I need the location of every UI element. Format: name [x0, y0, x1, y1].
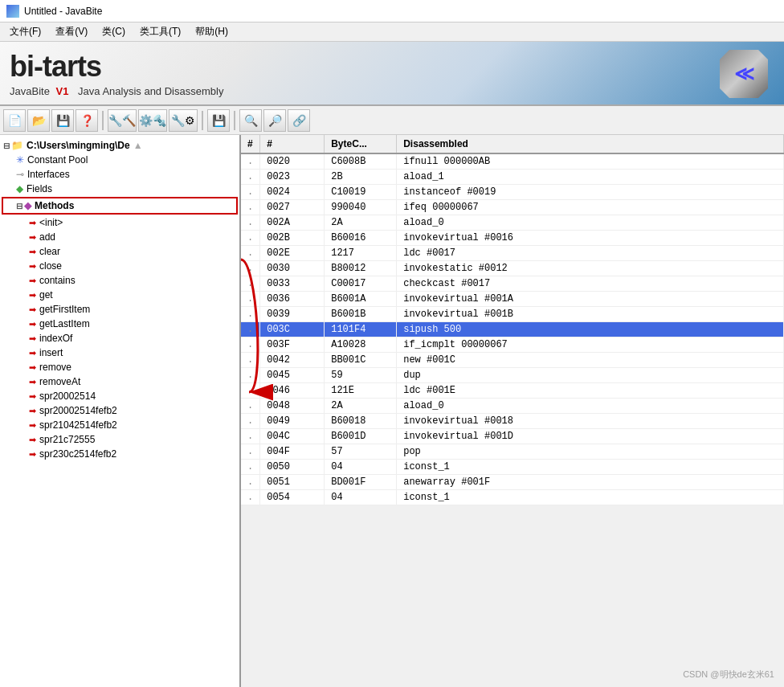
row-disasm: invokevirtual #001A: [397, 292, 784, 307]
product-version: V1: [56, 85, 69, 97]
row-disasm: dup: [397, 368, 784, 383]
tree-item-interfaces[interactable]: ⊸ Interfaces: [0, 167, 239, 182]
table-row[interactable]: . 0020 C6008B ifnull 000000AB: [241, 153, 784, 170]
table-row[interactable]: . 0033 C00017 checkcast #0017: [241, 276, 784, 292]
table-row[interactable]: . 0049 B60018 invokevirtual #0018: [241, 414, 784, 429]
row-dot: .: [241, 261, 260, 276]
menu-class[interactable]: 类(C): [96, 23, 132, 40]
method-spr20002514[interactable]: ➡ spr20002514: [0, 389, 239, 403]
method-getlastitem[interactable]: ➡ getLastItem: [0, 317, 239, 331]
arrow-right-icon-16: ➡: [29, 435, 36, 445]
col-dot: #: [241, 135, 260, 153]
method-insert[interactable]: ➡ insert: [0, 346, 239, 360]
arrow-right-icon-11: ➡: [29, 362, 36, 373]
table-row[interactable]: . 003C 1101F4 sipush 500: [241, 322, 784, 337]
table-row[interactable]: . 0030 B80012 invokestatic #0012: [241, 261, 784, 276]
disasm-panel: # # ByteC... Disassembled . 0020 C6008B …: [241, 135, 784, 505]
row-disasm: aload_1: [397, 170, 784, 185]
table-row[interactable]: . 004C B6001D invokevirtual #001D: [241, 429, 784, 444]
method-spr4-label: spr21c72555: [39, 434, 95, 445]
table-row[interactable]: . 0036 B6001A invokevirtual #001A: [241, 292, 784, 307]
toolbar-save2[interactable]: 💾: [207, 109, 230, 132]
method-clear[interactable]: ➡ clear: [0, 244, 239, 259]
method-indexof[interactable]: ➡ indexOf: [0, 331, 239, 346]
table-row[interactable]: . 0050 04 iconst_1: [241, 460, 784, 475]
product-name: JavaBite: [10, 85, 50, 97]
table-row[interactable]: . 0045 59 dup: [241, 368, 784, 383]
method-spr21c72555[interactable]: ➡ spr21c72555: [0, 432, 239, 447]
table-row[interactable]: . 002A 2A aload_0: [241, 215, 784, 231]
arrow-right-icon-5: ➡: [29, 276, 36, 286]
table-row[interactable]: . 0024 C10019 instanceof #0019: [241, 185, 784, 200]
root-expand-icon[interactable]: ⊟: [3, 141, 10, 150]
toolbar-search1[interactable]: 🔍: [239, 109, 262, 132]
table-row[interactable]: . 0046 121E ldc #001E: [241, 383, 784, 399]
row-bytecode: BD001F: [325, 475, 397, 490]
toolbar-save[interactable]: 💾: [51, 109, 74, 132]
toolbar-open[interactable]: 📂: [27, 109, 50, 132]
main-area: ⊟ 📁 C:\Users\mingming\De ▲ ✳ Constant Po…: [0, 135, 784, 687]
menu-help[interactable]: 帮助(H): [189, 23, 235, 40]
row-bytecode: 121E: [325, 383, 397, 399]
method-clear-label: clear: [39, 246, 60, 257]
toolbar-tools2[interactable]: ⚙️🔩: [138, 109, 167, 132]
table-row[interactable]: . 0051 BD001F anewarray #001F: [241, 475, 784, 490]
method-spr20002514fefb2[interactable]: ➡ spr20002514fefb2: [0, 403, 239, 418]
row-disasm: ldc #001E: [397, 383, 784, 399]
arrow-right-icon-15: ➡: [29, 420, 36, 431]
toolbar-search2[interactable]: 🔎: [263, 109, 286, 132]
toolbar-new[interactable]: 📄: [3, 109, 26, 132]
table-row[interactable]: . 0027 990040 ifeq 00000067: [241, 200, 784, 215]
method-contains[interactable]: ➡ contains: [0, 273, 239, 288]
arrow-right-icon-4: ➡: [29, 261, 36, 272]
table-row[interactable]: . 0054 04 iconst_1: [241, 490, 784, 505]
table-row[interactable]: . 0042 BB001C new #001C: [241, 353, 784, 368]
row-dot: .: [241, 460, 260, 475]
row-offset: 0045: [260, 368, 325, 383]
method-spr5-label: spr230c2514fefb2: [39, 448, 116, 460]
toolbar-tools1[interactable]: 🔧🔨: [108, 109, 137, 132]
tree-item-constant-pool[interactable]: ✳ Constant Pool: [0, 153, 239, 167]
row-dot: .: [241, 444, 260, 460]
methods-icon: ◆: [24, 200, 31, 211]
toolbar-tools3[interactable]: 🔧⚙: [169, 109, 198, 132]
table-row[interactable]: . 004F 57 pop: [241, 444, 784, 460]
menu-view[interactable]: 查看(V): [49, 23, 94, 40]
interface-icon: ⊸: [16, 169, 24, 180]
row-offset: 002A: [260, 215, 325, 231]
method-spr230c2514fefb2[interactable]: ➡ spr230c2514fefb2: [0, 447, 239, 461]
tree-item-fields[interactable]: ◆ Fields: [0, 182, 239, 196]
method-getfirstitem[interactable]: ➡ getFirstItem: [0, 302, 239, 317]
method-removeat[interactable]: ➡ removeAt: [0, 374, 239, 389]
method-removeat-label: removeAt: [39, 376, 80, 387]
logo-icon: ≪: [734, 63, 754, 85]
table-row[interactable]: . 002B B60016 invokevirtual #0016: [241, 231, 784, 246]
row-disasm: aload_0: [397, 215, 784, 231]
method-init[interactable]: ➡ <init>: [0, 215, 239, 230]
method-add[interactable]: ➡ add: [0, 230, 239, 244]
method-get[interactable]: ➡ get: [0, 288, 239, 302]
method-remove[interactable]: ➡ remove: [0, 360, 239, 374]
app-icon: [6, 5, 19, 18]
methods-header[interactable]: ⊟ ◆ Methods: [3, 198, 236, 213]
table-row[interactable]: . 0039 B6001B invokevirtual #001B: [241, 307, 784, 322]
tree-root[interactable]: ⊟ 📁 C:\Users\mingming\De ▲: [0, 138, 239, 153]
col-disasm: Disassembled: [397, 135, 784, 153]
menu-file[interactable]: 文件(F): [3, 23, 47, 40]
table-row[interactable]: . 0023 2B aload_1: [241, 170, 784, 185]
table-row[interactable]: . 002E 1217 ldc #0017: [241, 246, 784, 261]
row-offset: 004F: [260, 444, 325, 460]
disasm-header-row: # # ByteC... Disassembled: [241, 135, 784, 153]
method-add-label: add: [39, 231, 55, 243]
row-offset: 002E: [260, 246, 325, 261]
menu-class-tools[interactable]: 类工具(T): [133, 23, 187, 40]
toolbar-link[interactable]: 🔗: [288, 109, 310, 132]
method-spr21042514fefb2[interactable]: ➡ spr21042514fefb2: [0, 418, 239, 432]
row-disasm: invokevirtual #0018: [397, 414, 784, 429]
methods-expand-icon[interactable]: ⊟: [16, 202, 22, 211]
arrow-right-icon-17: ➡: [29, 449, 36, 460]
toolbar-help[interactable]: ❓: [76, 109, 98, 132]
table-row[interactable]: . 0048 2A aload_0: [241, 399, 784, 414]
table-row[interactable]: . 003F A10028 if_icmplt 00000067: [241, 337, 784, 353]
method-close[interactable]: ➡ close: [0, 259, 239, 273]
